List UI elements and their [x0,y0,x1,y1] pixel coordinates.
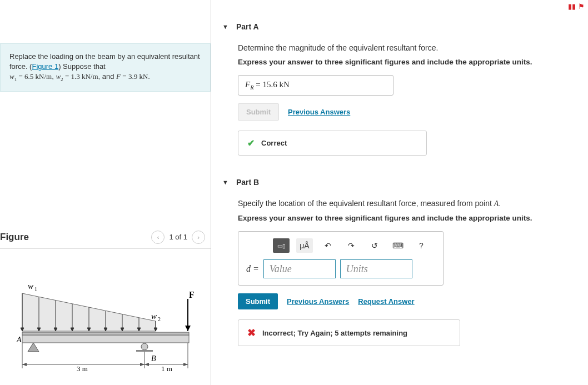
reset-icon[interactable]: ↺ [366,238,383,253]
part-b-submit-button[interactable]: Submit [238,293,278,309]
caret-down-icon: ▼ [222,23,228,30]
part-b-feedback: ✖ Incorrect; Try Again; 5 attempts remai… [238,319,460,346]
answer-input-shell: ▭▯ μÅ ↶ ↷ ↺ ⌨ ? d = Value Units [238,231,444,286]
svg-marker-40 [144,363,149,366]
svg-text:2: 2 [158,316,161,322]
redo-icon[interactable]: ↷ [343,238,360,253]
svg-marker-37 [22,363,27,366]
value-input[interactable]: Value [263,259,336,278]
part-a: ▼ Part A Determine the magnitude of the … [222,20,577,156]
units-tool[interactable]: μÅ [296,238,313,253]
part-a-instruct: Express your answer to three significant… [238,58,577,66]
svg-text:1: 1 [34,286,37,292]
w2-var: w [56,72,61,81]
part-a-feedback: ✔ Correct [238,131,427,156]
part-a-title: Part A [236,22,259,31]
template-tool-icon[interactable]: ▭▯ [273,238,290,253]
svg-text:w: w [28,282,33,291]
svg-rect-0 [22,335,189,343]
svg-text:B: B [151,354,156,363]
figure-panel: Figure ‹ 1 of 1 › [0,231,211,378]
part-a-previous-answers-link[interactable]: Previous Answers [288,108,350,116]
part-a-submit-button: Submit [238,103,279,121]
svg-text:1 m: 1 m [161,364,172,373]
w1-var: w [9,72,14,81]
help-icon[interactable]: ? [413,238,430,253]
figure-counter: 1 of 1 [169,233,187,241]
svg-rect-4 [136,350,153,352]
keyboard-icon[interactable]: ⌨ [390,238,406,253]
svg-marker-25 [185,326,191,331]
answer-lhs: d = [246,264,259,274]
figure-title: Figure [0,232,29,243]
caret-down-icon: ▼ [222,179,228,186]
cross-icon: ✖ [247,327,256,339]
svg-text:F: F [189,290,195,299]
part-b-previous-answers-link[interactable]: Previous Answers [287,297,349,306]
problem-text-2: ) Suppose that [58,62,106,71]
F-var: F [116,72,121,81]
svg-point-3 [141,343,148,350]
figure-next-button[interactable]: › [192,231,205,244]
part-b-title: Part B [236,178,259,187]
svg-text:3 m: 3 m [77,364,88,373]
part-b-prompt: Specify the location of the equivalent r… [238,199,577,208]
part-b-header[interactable]: ▼ Part B [222,176,577,189]
svg-marker-41 [183,363,188,366]
figure-link[interactable]: Figure 1 [32,62,58,71]
input-toolbar: ▭▯ μÅ ↶ ↷ ↺ ⌨ ? [246,238,435,253]
svg-text:A: A [16,336,22,344]
units-input[interactable]: Units [340,259,412,278]
part-b: ▼ Part B Specify the location of the equ… [222,176,577,346]
part-a-header[interactable]: ▼ Part A [222,20,577,33]
svg-rect-1 [22,332,189,335]
part-a-answer: FR = 15.6 kN [238,75,393,96]
figure-prev-button[interactable]: ‹ [151,231,165,244]
svg-marker-2 [28,343,39,352]
svg-text:w: w [151,312,157,321]
part-a-prompt: Determine the magnitude of the equivalen… [238,43,577,52]
flag-icon[interactable]: ▮▮ ⚑ [568,2,585,11]
undo-icon[interactable]: ↶ [320,238,336,253]
check-icon: ✔ [247,138,255,148]
problem-statement: Replace the loading on the beam by an eq… [0,43,211,92]
request-answer-link[interactable]: Request Answer [358,297,414,306]
part-b-instruct: Express your answer to three significant… [238,214,577,222]
svg-marker-38 [140,363,144,366]
figure-diagram: F w1 w2 A B 3 m 1 m [0,249,211,378]
